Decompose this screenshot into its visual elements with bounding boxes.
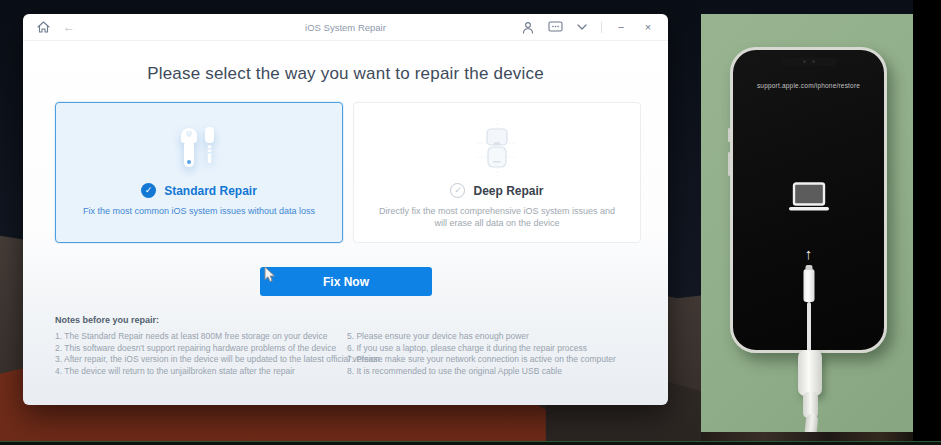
account-icon[interactable] — [520, 19, 536, 35]
notes-section: Notes before you repair: 1. The Standard… — [55, 315, 640, 375]
device-repair-icon — [465, 103, 529, 175]
card-description: Directly fix the most comprehensive iOS … — [372, 205, 622, 229]
card-description: Fix the most common iOS system issues wi… — [83, 205, 315, 217]
right-black-strip — [913, 0, 941, 445]
app-window: ← iOS System Repair − × Please select th… — [23, 14, 668, 405]
bottom-edge-bar — [0, 441, 941, 445]
chevron-down-icon[interactable] — [574, 19, 590, 35]
note-item: 5. Please ensure your device has enough … — [347, 332, 637, 341]
phone-notch — [781, 57, 837, 66]
home-icon[interactable] — [35, 19, 51, 35]
note-item: 3. After repair, the iOS version in the … — [55, 355, 347, 364]
up-arrow-icon: ↑ — [805, 246, 813, 261]
wrench-screwdriver-icon — [167, 103, 231, 175]
note-item: 2. This software doesn't support repairi… — [55, 344, 347, 353]
lightning-connector-graphic — [803, 269, 814, 302]
mouse-cursor — [264, 266, 276, 283]
titlebar: ← iOS System Repair − × — [23, 14, 668, 41]
laptop-icon — [787, 182, 831, 212]
page-title: Please select the way you want to repair… — [23, 64, 668, 84]
cable-graphic — [807, 302, 811, 354]
back-button[interactable]: ← — [61, 19, 77, 35]
iphone-device: support.apple.com/iphone/restore ↑ — [730, 47, 887, 353]
close-button[interactable]: × — [640, 19, 656, 35]
recovery-url-text: support.apple.com/iphone/restore — [733, 82, 884, 89]
phone-side-button — [728, 152, 730, 176]
note-item: 8. It is recommended to use the original… — [347, 367, 637, 376]
unselected-check-icon: ✓ — [450, 183, 465, 198]
note-item: 6. If you use a laptop, please charge it… — [347, 344, 637, 353]
wood-table-edge — [701, 432, 913, 441]
iphone-recovery-photo: support.apple.com/iphone/restore ↑ — [701, 14, 913, 441]
card-standard-repair[interactable]: ✓ Standard Repair Fix the most common iO… — [55, 102, 343, 243]
feedback-icon[interactable] — [547, 19, 563, 35]
note-item: 7. Please make sure your network connect… — [347, 355, 637, 364]
card-deep-repair[interactable]: ✓ Deep Repair Directly fix the most comp… — [353, 102, 641, 243]
minimize-button[interactable]: − — [613, 19, 629, 35]
card-title: Deep Repair — [473, 184, 543, 198]
usb-cable-connector — [798, 350, 822, 396]
note-item: 1. The Standard Repair needs at least 80… — [55, 332, 347, 341]
card-title: Standard Repair — [164, 184, 257, 198]
fix-now-button[interactable]: Fix Now — [260, 267, 432, 296]
repair-mode-cards: ✓ Standard Repair Fix the most common iO… — [55, 102, 641, 243]
notes-heading: Notes before you repair: — [55, 315, 640, 325]
selected-check-icon: ✓ — [141, 183, 156, 198]
note-item: 4. The device will return to the unjailb… — [55, 367, 347, 376]
phone-side-button — [728, 128, 730, 142]
titlebar-divider — [601, 22, 602, 33]
